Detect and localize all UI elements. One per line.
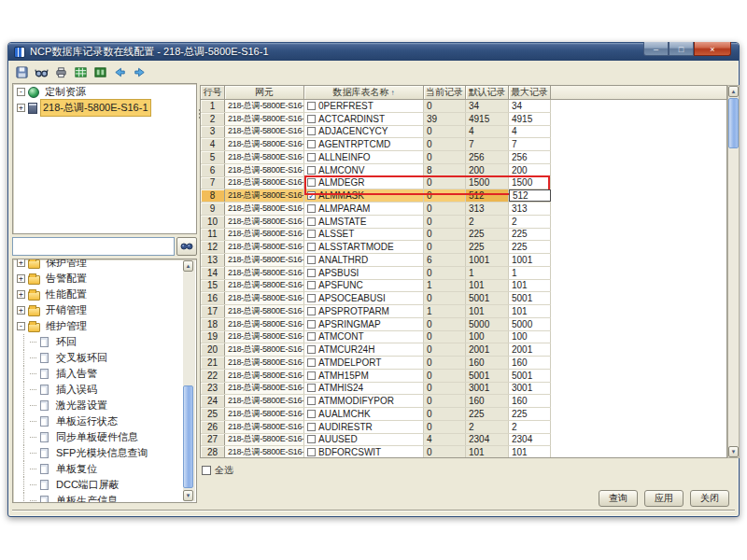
row-checkbox[interactable] <box>307 256 316 264</box>
max-records-cell[interactable]: 1001 <box>509 254 551 266</box>
row-checkbox[interactable] <box>307 294 316 302</box>
table-row[interactable]: 28 218-总调-5800E-S16-1 BDFORCSWIT 0 101 1… <box>201 446 551 458</box>
max-records-cell[interactable]: 5000 <box>509 318 551 330</box>
close-button[interactable]: 关闭 <box>690 490 729 507</box>
titlebar[interactable]: NCP数据库记录数在线配置 - 218-总调-5800E-S16-1 <box>8 43 739 61</box>
row-checkbox[interactable] <box>307 307 316 315</box>
table-row[interactable]: 4 218-总调-5800E-S16-1 AGENTRPTCMD 0 7 7 <box>201 138 551 151</box>
row-checkbox[interactable] <box>307 153 316 161</box>
row-checkbox[interactable] <box>307 115 316 123</box>
function-tree-item[interactable]: DCC端口屏蔽 <box>13 477 196 493</box>
max-records-cell[interactable]: 7 <box>509 138 551 150</box>
header-default-records[interactable]: 默认记录 <box>466 86 509 100</box>
table-row[interactable]: 27 218-总调-5800E-S16-1 AUUSED 4 2304 2304 <box>201 434 551 447</box>
function-tree-item[interactable]: 单板复位 <box>13 461 196 477</box>
function-tree-scrollbar[interactable]: ▲ ▼ <box>183 260 195 501</box>
scroll-down-icon[interactable]: ▼ <box>183 490 193 501</box>
row-checkbox[interactable] <box>307 127 316 135</box>
max-records-cell[interactable]: 160 <box>509 357 551 369</box>
row-checkbox[interactable] <box>307 191 316 200</box>
row-checkbox[interactable] <box>307 217 316 226</box>
scrollbar-thumb[interactable] <box>728 98 739 148</box>
row-checkbox[interactable] <box>307 102 316 110</box>
max-records-cell[interactable]: 256 <box>509 151 551 163</box>
table-row[interactable]: 15 218-总调-5800E-S16-1 APSFUNC 1 101 101 <box>201 280 551 293</box>
table-row[interactable]: 8 218-总调-5800E-S16-1 ALMMASK 0 512 512 <box>201 189 551 203</box>
table-row[interactable]: 9 218-总调-5800E-S16-1 ALMPARAM 0 313 313 <box>201 203 551 216</box>
table-row[interactable]: 26 218-总调-5800E-S16-1 AUDIRESTR 0 2 2 <box>201 421 551 434</box>
row-checkbox[interactable] <box>307 371 316 380</box>
header-table-name[interactable]: 数据库表名称 ↑ <box>304 86 424 100</box>
resource-tree-item[interactable]: + 218-总调-5800E-S16-1 <box>13 100 196 116</box>
table-row[interactable]: 23 218-总调-5800E-S16-1 ATMHIS24 0 3001 30… <box>201 383 551 396</box>
search-input[interactable] <box>12 237 175 256</box>
back-icon[interactable] <box>112 64 128 80</box>
expand-toggle[interactable]: - <box>17 88 25 96</box>
table-row[interactable]: 6 218-总调-5800E-S16-1 ALMCONV 8 200 200 <box>201 164 551 177</box>
row-checkbox[interactable] <box>307 230 316 238</box>
function-tree-item[interactable]: - 维护管理 <box>13 318 196 334</box>
function-tree-item[interactable]: 单板生产信息 <box>13 493 196 503</box>
row-checkbox[interactable] <box>307 332 316 341</box>
table-row[interactable]: 3 218-总调-5800E-S16-1 ADJACENCYCY 0 4 4 <box>201 126 551 139</box>
row-checkbox[interactable] <box>307 243 316 251</box>
row-checkbox[interactable] <box>307 204 316 213</box>
table-icon[interactable] <box>73 64 89 80</box>
row-checkbox[interactable] <box>307 140 316 148</box>
row-checkbox[interactable] <box>307 320 316 329</box>
max-records-cell[interactable]: 2 <box>509 421 551 433</box>
max-records-cell[interactable]: 2 <box>509 216 551 228</box>
table-scrollbar[interactable]: ▲ ▼ <box>727 85 740 458</box>
scroll-down-icon[interactable]: ▼ <box>728 446 739 457</box>
row-checkbox[interactable] <box>307 397 316 405</box>
report-icon[interactable] <box>92 64 108 80</box>
max-records-cell[interactable]: 2001 <box>509 343 551 356</box>
row-checkbox[interactable] <box>307 281 316 289</box>
expand-toggle[interactable]: + <box>17 104 25 112</box>
table-row[interactable]: 12 218-总调-5800E-S16-1 ALSSTARTMODE 0 225… <box>201 241 551 254</box>
table-row[interactable]: 1 218-总调-5800E-S16-1 0PERFREST 0 34 34 <box>201 100 551 113</box>
table-row[interactable]: 10 218-总调-5800E-S16-1 ALMSTATE 0 2 2 <box>201 216 551 229</box>
maximize-button[interactable]: □ <box>669 42 694 56</box>
function-tree-item[interactable]: + 告警配置 <box>13 271 196 287</box>
max-records-cell[interactable]: 4915 <box>509 113 551 125</box>
max-records-cell[interactable]: 2304 <box>509 434 551 446</box>
function-tree-item[interactable]: + 性能配置 <box>13 287 196 302</box>
header-max-records[interactable]: 最大记录 <box>509 86 551 100</box>
table-row[interactable]: 18 218-总调-5800E-S16-1 APSRINGMAP 0 5000 … <box>201 318 551 331</box>
print-icon[interactable] <box>53 64 69 80</box>
header-ne[interactable]: 网元 <box>225 86 304 100</box>
table-row[interactable]: 17 218-总调-5800E-S16-1 APSPROTPARM 1 101 … <box>201 305 551 318</box>
max-records-cell[interactable]: 225 <box>509 408 551 420</box>
table-row[interactable]: 24 218-总调-5800E-S16-1 ATMMODIFYPOR 0 160… <box>201 395 551 408</box>
max-records-cell[interactable]: 34 <box>509 100 551 112</box>
binoculars-icon[interactable] <box>176 237 197 256</box>
table-row[interactable]: 13 218-总调-5800E-S16-1 ANALTHRD 6 1001 10… <box>201 254 551 267</box>
table-row[interactable]: 5 218-总调-5800E-S16-1 ALLNEINFO 0 256 256 <box>201 151 551 164</box>
row-checkbox[interactable] <box>307 269 316 277</box>
row-checkbox[interactable] <box>307 448 316 456</box>
table-row[interactable]: 25 218-总调-5800E-S16-1 AUALMCHK 0 225 225 <box>201 408 551 421</box>
table-row[interactable]: 11 218-总调-5800E-S16-1 ALSSET 0 225 225 <box>201 229 551 242</box>
max-records-cell[interactable]: 4 <box>509 126 551 138</box>
row-checkbox[interactable] <box>307 435 316 443</box>
expand-toggle[interactable]: + <box>17 290 25 299</box>
row-checkbox[interactable] <box>307 358 316 367</box>
row-checkbox[interactable] <box>307 345 316 354</box>
table-row[interactable]: 16 218-总调-5800E-S16-1 APSOCEABUSI 0 5001… <box>201 292 551 305</box>
select-all-checkbox[interactable] <box>202 466 211 475</box>
max-records-cell[interactable]: 225 <box>509 229 551 241</box>
scroll-up-icon[interactable]: ▲ <box>183 260 193 272</box>
function-tree-item[interactable]: SFP光模块信息查询 <box>13 445 196 461</box>
expand-toggle[interactable]: + <box>17 259 25 267</box>
function-tree-item[interactable]: 单板运行状态 <box>13 413 196 429</box>
row-checkbox[interactable] <box>307 178 316 187</box>
expand-toggle[interactable]: - <box>17 322 25 330</box>
function-tree-item[interactable]: + 开销管理 <box>13 302 196 318</box>
close-window-button[interactable]: × <box>694 42 731 56</box>
max-records-cell[interactable]: 1 <box>509 267 551 279</box>
function-tree-item[interactable]: + 保护管理 <box>13 259 196 271</box>
max-records-cell[interactable]: 101 <box>509 280 551 292</box>
row-checkbox[interactable] <box>307 384 316 392</box>
resource-tree-item[interactable]: - 定制资源 <box>13 84 196 100</box>
